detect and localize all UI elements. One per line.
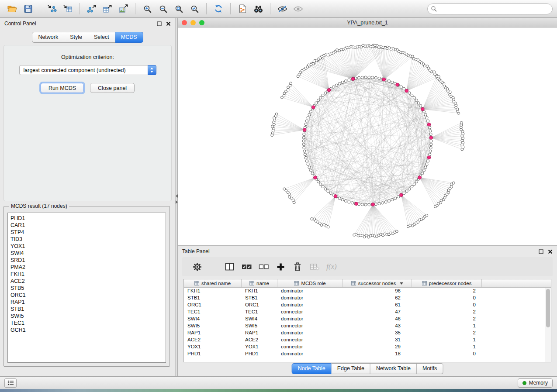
cell-shared-name: FKH1 (184, 288, 242, 295)
tab-mcds[interactable]: MCDS (115, 32, 143, 43)
network-window-titlebar[interactable]: YPA_prune.txt_1 (178, 18, 557, 28)
zoom-out-button[interactable] (155, 2, 171, 16)
memory-button[interactable]: Memory (518, 378, 553, 388)
import-network-button[interactable] (44, 2, 60, 16)
network-canvas[interactable] (178, 28, 557, 245)
column-header-shared-name[interactable]: shared name (184, 279, 242, 287)
table-toolbar: f(x) (182, 257, 553, 276)
share-document-button[interactable] (235, 2, 250, 16)
mcds-result-node[interactable]: STB1 (10, 306, 166, 313)
zoom-in-button[interactable] (139, 2, 155, 16)
select-all-button[interactable] (240, 261, 253, 273)
function-builder-button[interactable]: f(x) (326, 262, 337, 271)
table-row[interactable]: STB1STB1dominator620 (184, 295, 545, 302)
cell-successor-nodes: 61 (343, 302, 412, 309)
cell-successor-nodes: 46 (343, 316, 412, 323)
tab-edge-table[interactable]: Edge Table (332, 363, 370, 374)
minimize-window-button[interactable] (190, 20, 196, 25)
table-row[interactable]: FKH1FKH1dominator962 (184, 288, 545, 295)
deselect-all-button[interactable] (257, 261, 270, 273)
show-panels-button[interactable] (4, 378, 17, 388)
export-network-button[interactable] (84, 2, 100, 16)
table-panel: Table Panel (178, 245, 557, 376)
zoom-fit-button[interactable] (171, 2, 187, 16)
table-row[interactable]: SWI5SWI5connector431 (184, 323, 545, 330)
mcds-result-node[interactable]: PHD1 (10, 215, 166, 222)
search-network-button[interactable] (250, 2, 266, 16)
mcds-result-list[interactable]: PHD1CAR1STP4TID3YOX1SWI4SRD1PMA2FKH1ACE2… (7, 213, 166, 363)
mcds-result-node[interactable]: STP4 (10, 229, 166, 236)
mcds-result-node[interactable]: TEC1 (10, 320, 166, 327)
refresh-button[interactable] (211, 2, 226, 16)
tab-select[interactable]: Select (88, 32, 115, 43)
mcds-result-node[interactable]: TID3 (10, 236, 166, 243)
table-row[interactable]: ACE2ACE2connector311 (184, 337, 545, 344)
cell-MCDS-role: dominator (277, 330, 343, 337)
column-header-successor-nodes[interactable]: successor nodes (343, 279, 412, 287)
mcds-result-title: MCDS result (17 nodes) (9, 203, 69, 209)
cell-name: TEC1 (242, 309, 277, 316)
tab-style[interactable]: Style (64, 32, 88, 43)
cell-MCDS-role: connector (277, 344, 343, 351)
run-mcds-button[interactable]: Run MCDS (41, 83, 84, 93)
cell-MCDS-role: dominator (277, 351, 343, 358)
table-panel-title: Table Panel (182, 248, 210, 254)
mcds-result-node[interactable]: RAP1 (10, 299, 166, 306)
table-scrollbar[interactable] (545, 288, 551, 362)
network-graph[interactable] (178, 28, 557, 245)
export-image-button[interactable] (115, 2, 131, 16)
scrollbar-thumb[interactable] (546, 289, 550, 327)
cell-predecessor-nodes: 2 (412, 316, 482, 323)
mcds-result-node[interactable]: FKH1 (10, 271, 166, 278)
table-row[interactable]: RAP1RAP1dominator352 (184, 330, 545, 337)
mcds-result-node[interactable]: ORC1 (10, 292, 166, 299)
delete-table-button[interactable] (308, 261, 321, 273)
mcds-result-node[interactable]: ACE2 (10, 278, 166, 285)
export-table-button[interactable] (100, 2, 115, 16)
mcds-result-node[interactable]: CAR1 (10, 222, 166, 229)
criterion-select[interactable]: largest connected component (undirected) (19, 65, 156, 75)
show-details-button[interactable] (290, 2, 306, 16)
table-row[interactable]: TEC1TEC1connector472 (184, 309, 545, 316)
open-session-button[interactable] (4, 2, 20, 16)
zoom-selected-button[interactable] (187, 2, 202, 16)
mcds-result-node[interactable]: SRD1 (10, 257, 166, 264)
close-table-panel-icon[interactable] (548, 249, 553, 254)
close-window-button[interactable] (182, 20, 187, 25)
table-row[interactable]: PHD1PHD1dominator180 (184, 351, 545, 358)
tab-node-table[interactable]: Node Table (292, 363, 332, 374)
hide-details-button[interactable] (274, 2, 290, 16)
column-header-name[interactable]: name (242, 279, 277, 287)
delete-column-button[interactable] (291, 261, 304, 273)
mcds-result-node[interactable]: YOX1 (10, 243, 166, 250)
column-header-MCDS-role[interactable]: MCDS role (277, 279, 343, 287)
desktop-background (0, 389, 557, 392)
table-row[interactable]: ORC1ORC1dominator610 (184, 302, 545, 309)
tab-network[interactable]: Network (32, 32, 64, 43)
mcds-result-node[interactable]: SWI4 (10, 250, 166, 257)
tab-motifs[interactable]: Motifs (417, 363, 443, 374)
save-session-button[interactable] (20, 2, 36, 16)
close-panel-icon[interactable] (166, 21, 171, 26)
sort-order-icon[interactable] (400, 282, 403, 285)
mcds-result-node[interactable]: SWI5 (10, 313, 166, 320)
tab-network-table[interactable]: Network Table (370, 363, 417, 374)
mcds-result-node[interactable]: STB5 (10, 285, 166, 292)
float-table-panel-icon[interactable] (539, 249, 543, 254)
zoom-window-button[interactable] (199, 20, 204, 25)
search-input[interactable] (427, 3, 553, 14)
float-panel-icon[interactable] (157, 21, 162, 26)
column-header-predecessor-nodes[interactable]: predecessor nodes (412, 279, 482, 287)
cell-shared-name: SWI5 (184, 323, 242, 330)
import-table-button[interactable] (60, 2, 76, 16)
close-panel-button[interactable]: Close panel (90, 83, 135, 93)
table-row[interactable]: SWI4SWI4dominator462 (184, 316, 545, 323)
table-settings-button[interactable] (191, 261, 203, 273)
add-column-button[interactable] (274, 261, 287, 273)
mcds-result-node[interactable]: PMA2 (10, 264, 166, 271)
show-columns-button[interactable] (223, 261, 235, 273)
table-row[interactable]: YOX1YOX1connector291 (184, 344, 545, 351)
import-table-icon (63, 4, 73, 13)
network-nodes[interactable] (271, 44, 464, 238)
mcds-result-node[interactable]: GCR1 (10, 327, 166, 334)
